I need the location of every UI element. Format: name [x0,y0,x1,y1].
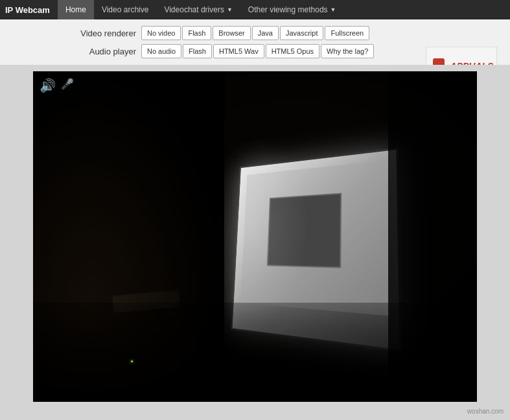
nav-item-video-archive[interactable]: Video archive [94,0,157,19]
watermark: woshan.com [467,408,504,415]
controls-area: Video renderer No video Flash Browser Ja… [0,19,510,65]
video-renderer-row: Video renderer No video Flash Browser Ja… [65,26,510,40]
dark-bottom-overlay [33,303,477,402]
videochat-dropdown-arrow: ▼ [227,6,233,13]
javascript-button[interactable]: Javascript [280,26,324,40]
flash-video-button[interactable]: Flash [182,26,211,40]
fullscreen-button[interactable]: Fullscreen [325,26,369,40]
video-overlay-icons: 🔊 🎤 [40,78,74,93]
no-video-button[interactable]: No video [141,26,181,40]
video-renderer-label: Video renderer [65,29,136,38]
html5-opus-button[interactable]: HTML5 Opus [266,44,319,58]
browser-button[interactable]: Browser [213,26,250,40]
camera-feed [33,71,477,402]
html5-wav-button[interactable]: HTML5 Wav [213,44,264,58]
why-lag-button[interactable]: Why the lag? [321,44,374,58]
other-dropdown-arrow: ▼ [330,6,336,13]
video-renderer-buttons: No video Flash Browser Java Javascript F… [141,26,369,40]
navbar: IP Webcam Home Video archive Videochat d… [0,0,510,19]
microphone-icon[interactable]: 🎤 [61,78,74,93]
nav-item-videochat-drivers[interactable]: Videochat drivers ▼ [156,0,240,19]
monitor-screen [240,159,389,316]
nav-item-home[interactable]: Home [58,0,94,19]
video-container: 🔊 🎤 [33,71,477,402]
volume-icon[interactable]: 🔊 [40,78,56,93]
nav-item-other-viewing[interactable]: Other viewing methods ▼ [240,0,344,19]
no-audio-button[interactable]: No audio [141,44,181,58]
java-button[interactable]: Java [252,26,279,40]
green-indicator-dot [131,360,133,362]
audio-player-label: Audio player [65,47,136,56]
flash-audio-button[interactable]: Flash [183,44,212,58]
navbar-brand: IP Webcam [5,5,50,15]
main-content: 🔊 🎤 [0,65,510,408]
audio-player-buttons: No audio Flash HTML5 Wav HTML5 Opus Why … [141,44,374,58]
